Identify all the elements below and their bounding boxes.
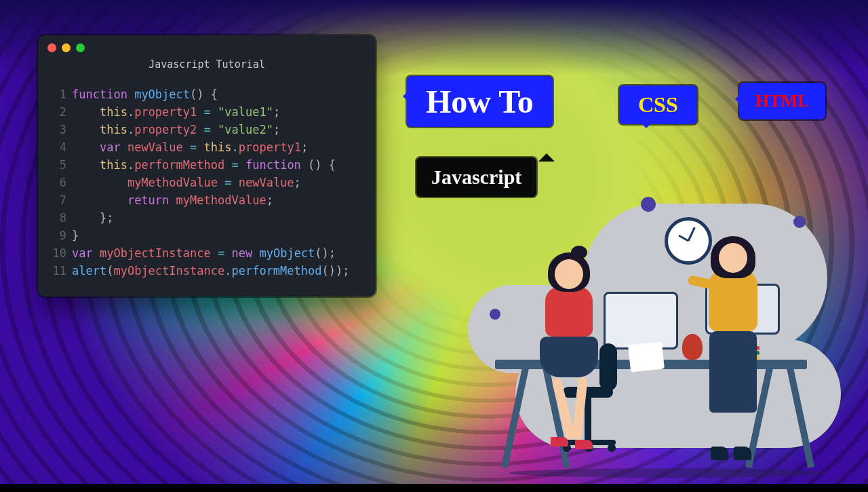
monitor-icon [604,292,678,349]
bottom-border [0,484,868,492]
minimize-icon [62,43,71,52]
code-block: 1function myObject() { 2 this.property1 … [38,71,376,280]
illustration-office [448,183,854,482]
label-html: HTML [739,83,825,119]
label-how-to: How To [407,76,553,127]
illustration-person-seated [555,259,598,445]
window-traffic-lights [47,43,85,52]
vase-icon [682,334,703,360]
close-icon [47,43,56,52]
clock-icon [665,217,712,265]
label-css: CSS [619,86,697,124]
code-editor-card: Javascript Tutorial 1function myObject()… [38,35,376,297]
paper-icon [628,341,665,372]
editor-title: Javascript Tutorial [38,35,376,71]
illustration-person-standing [719,243,757,413]
maximize-icon [76,43,85,52]
